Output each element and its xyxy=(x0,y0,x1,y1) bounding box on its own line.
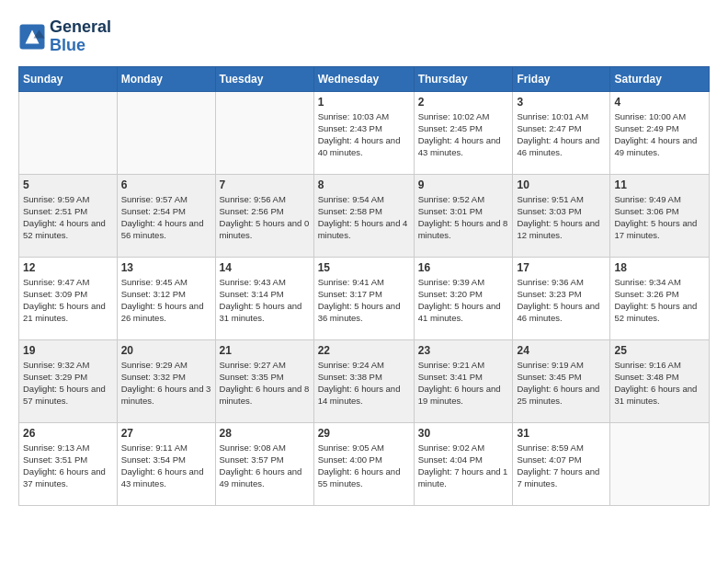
day-number: 19 xyxy=(23,344,113,357)
day-number: 7 xyxy=(220,178,310,191)
day-info: Sunrise: 9:29 AM Sunset: 3:32 PM Dayligh… xyxy=(121,359,211,408)
logo-icon xyxy=(18,23,46,51)
logo-general: General xyxy=(50,17,111,36)
calendar-day-cell: 12Sunrise: 9:47 AM Sunset: 3:09 PM Dayli… xyxy=(19,257,118,339)
calendar-day-cell: 27Sunrise: 9:11 AM Sunset: 3:54 PM Dayli… xyxy=(117,422,215,505)
day-info: Sunrise: 9:19 AM Sunset: 3:45 PM Dayligh… xyxy=(517,359,606,408)
day-info: Sunrise: 9:41 AM Sunset: 3:17 PM Dayligh… xyxy=(318,276,410,325)
day-info: Sunrise: 9:11 AM Sunset: 3:54 PM Dayligh… xyxy=(121,442,211,490)
weekday-header: Thursday xyxy=(414,66,513,91)
day-number: 4 xyxy=(614,96,705,109)
calendar-day-cell: 25Sunrise: 9:16 AM Sunset: 3:48 PM Dayli… xyxy=(610,339,710,422)
day-info: Sunrise: 9:45 AM Sunset: 3:12 PM Dayligh… xyxy=(121,276,211,325)
calendar-week-row: 5Sunrise: 9:59 AM Sunset: 2:51 PM Daylig… xyxy=(19,174,710,257)
day-number: 13 xyxy=(121,261,211,274)
logo: General Blue xyxy=(18,18,111,55)
calendar-day-cell: 13Sunrise: 9:45 AM Sunset: 3:12 PM Dayli… xyxy=(117,257,215,339)
day-info: Sunrise: 10:01 AM Sunset: 2:47 PM Daylig… xyxy=(517,110,606,159)
calendar-day-cell: 3Sunrise: 10:01 AM Sunset: 2:47 PM Dayli… xyxy=(513,91,610,174)
calendar-day-cell: 9Sunrise: 9:52 AM Sunset: 3:01 PM Daylig… xyxy=(414,174,513,257)
calendar-day-cell: 17Sunrise: 9:36 AM Sunset: 3:23 PM Dayli… xyxy=(513,257,610,339)
day-number: 27 xyxy=(121,427,211,440)
day-number: 30 xyxy=(418,427,509,440)
calendar-day-cell: 18Sunrise: 9:34 AM Sunset: 3:26 PM Dayli… xyxy=(610,257,710,339)
day-info: Sunrise: 9:49 AM Sunset: 3:06 PM Dayligh… xyxy=(614,193,705,242)
day-number: 12 xyxy=(23,261,113,274)
day-info: Sunrise: 9:43 AM Sunset: 3:14 PM Dayligh… xyxy=(220,276,310,325)
weekday-header: Saturday xyxy=(610,66,710,91)
calendar-week-row: 19Sunrise: 9:32 AM Sunset: 3:29 PM Dayli… xyxy=(19,339,710,422)
day-info: Sunrise: 9:32 AM Sunset: 3:29 PM Dayligh… xyxy=(23,359,113,408)
weekday-header: Tuesday xyxy=(215,66,313,91)
day-info: Sunrise: 9:16 AM Sunset: 3:48 PM Dayligh… xyxy=(614,359,705,408)
day-number: 29 xyxy=(318,427,410,440)
day-number: 31 xyxy=(517,427,606,440)
day-number: 22 xyxy=(318,344,410,357)
calendar-day-cell: 6Sunrise: 9:57 AM Sunset: 2:54 PM Daylig… xyxy=(117,174,215,257)
calendar-day-cell xyxy=(117,91,215,174)
day-number: 26 xyxy=(23,427,113,440)
calendar-day-cell: 21Sunrise: 9:27 AM Sunset: 3:35 PM Dayli… xyxy=(215,339,313,422)
calendar-week-row: 12Sunrise: 9:47 AM Sunset: 3:09 PM Dayli… xyxy=(19,257,710,339)
calendar-day-cell: 30Sunrise: 9:02 AM Sunset: 4:04 PM Dayli… xyxy=(414,422,513,505)
calendar-week-row: 26Sunrise: 9:13 AM Sunset: 3:51 PM Dayli… xyxy=(19,422,710,505)
calendar-day-cell: 29Sunrise: 9:05 AM Sunset: 4:00 PM Dayli… xyxy=(313,422,414,505)
day-info: Sunrise: 9:24 AM Sunset: 3:38 PM Dayligh… xyxy=(318,359,410,408)
day-number: 11 xyxy=(614,178,705,191)
day-info: Sunrise: 9:51 AM Sunset: 3:03 PM Dayligh… xyxy=(517,193,606,242)
day-number: 17 xyxy=(517,261,606,274)
day-info: Sunrise: 9:56 AM Sunset: 2:56 PM Dayligh… xyxy=(220,193,310,242)
logo-blue: Blue xyxy=(50,36,85,54)
weekday-header: Sunday xyxy=(19,66,118,91)
day-number: 2 xyxy=(418,96,509,109)
day-info: Sunrise: 9:21 AM Sunset: 3:41 PM Dayligh… xyxy=(418,359,509,408)
day-number: 23 xyxy=(418,344,509,357)
day-info: Sunrise: 9:34 AM Sunset: 3:26 PM Dayligh… xyxy=(614,276,705,325)
day-info: Sunrise: 9:47 AM Sunset: 3:09 PM Dayligh… xyxy=(23,276,113,325)
day-number: 24 xyxy=(517,344,606,357)
calendar-day-cell: 8Sunrise: 9:54 AM Sunset: 2:58 PM Daylig… xyxy=(313,174,414,257)
day-info: Sunrise: 10:02 AM Sunset: 2:45 PM Daylig… xyxy=(418,110,509,159)
day-number: 1 xyxy=(318,96,410,109)
weekday-header: Monday xyxy=(117,66,215,91)
calendar-day-cell: 26Sunrise: 9:13 AM Sunset: 3:51 PM Dayli… xyxy=(19,422,118,505)
day-number: 16 xyxy=(418,261,509,274)
page: General Blue SundayMondayTuesdayWednesda… xyxy=(0,0,728,524)
calendar-day-cell: 20Sunrise: 9:29 AM Sunset: 3:32 PM Dayli… xyxy=(117,339,215,422)
day-number: 25 xyxy=(614,344,705,357)
day-number: 8 xyxy=(318,178,410,191)
calendar-day-cell: 2Sunrise: 10:02 AM Sunset: 2:45 PM Dayli… xyxy=(414,91,513,174)
calendar-day-cell: 10Sunrise: 9:51 AM Sunset: 3:03 PM Dayli… xyxy=(513,174,610,257)
calendar-week-row: 1Sunrise: 10:03 AM Sunset: 2:43 PM Dayli… xyxy=(19,91,710,174)
calendar-day-cell: 31Sunrise: 8:59 AM Sunset: 4:07 PM Dayli… xyxy=(513,422,610,505)
day-number: 5 xyxy=(23,178,113,191)
calendar-day-cell: 15Sunrise: 9:41 AM Sunset: 3:17 PM Dayli… xyxy=(313,257,414,339)
day-info: Sunrise: 9:52 AM Sunset: 3:01 PM Dayligh… xyxy=(418,193,509,242)
calendar-day-cell: 16Sunrise: 9:39 AM Sunset: 3:20 PM Dayli… xyxy=(414,257,513,339)
day-info: Sunrise: 9:54 AM Sunset: 2:58 PM Dayligh… xyxy=(318,193,410,242)
calendar-day-cell: 28Sunrise: 9:08 AM Sunset: 3:57 PM Dayli… xyxy=(215,422,313,505)
day-number: 6 xyxy=(121,178,211,191)
day-number: 15 xyxy=(318,261,410,274)
calendar-day-cell xyxy=(610,422,710,505)
calendar-day-cell: 5Sunrise: 9:59 AM Sunset: 2:51 PM Daylig… xyxy=(19,174,118,257)
calendar-day-cell: 19Sunrise: 9:32 AM Sunset: 3:29 PM Dayli… xyxy=(19,339,118,422)
calendar-day-cell: 24Sunrise: 9:19 AM Sunset: 3:45 PM Dayli… xyxy=(513,339,610,422)
day-info: Sunrise: 9:13 AM Sunset: 3:51 PM Dayligh… xyxy=(23,442,113,490)
day-info: Sunrise: 9:05 AM Sunset: 4:00 PM Dayligh… xyxy=(318,442,410,490)
weekday-header: Friday xyxy=(513,66,610,91)
day-info: Sunrise: 9:57 AM Sunset: 2:54 PM Dayligh… xyxy=(121,193,211,242)
day-info: Sunrise: 9:27 AM Sunset: 3:35 PM Dayligh… xyxy=(220,359,310,408)
calendar-header-row: SundayMondayTuesdayWednesdayThursdayFrid… xyxy=(19,66,710,91)
day-info: Sunrise: 9:39 AM Sunset: 3:20 PM Dayligh… xyxy=(418,276,509,325)
header: General Blue xyxy=(18,18,710,55)
day-info: Sunrise: 8:59 AM Sunset: 4:07 PM Dayligh… xyxy=(517,442,606,490)
day-info: Sunrise: 9:02 AM Sunset: 4:04 PM Dayligh… xyxy=(418,442,509,490)
day-number: 10 xyxy=(517,178,606,191)
weekday-header: Wednesday xyxy=(313,66,414,91)
day-info: Sunrise: 10:03 AM Sunset: 2:43 PM Daylig… xyxy=(318,110,410,159)
calendar-day-cell xyxy=(215,91,313,174)
day-number: 14 xyxy=(220,261,310,274)
day-info: Sunrise: 9:59 AM Sunset: 2:51 PM Dayligh… xyxy=(23,193,113,242)
day-number: 18 xyxy=(614,261,705,274)
